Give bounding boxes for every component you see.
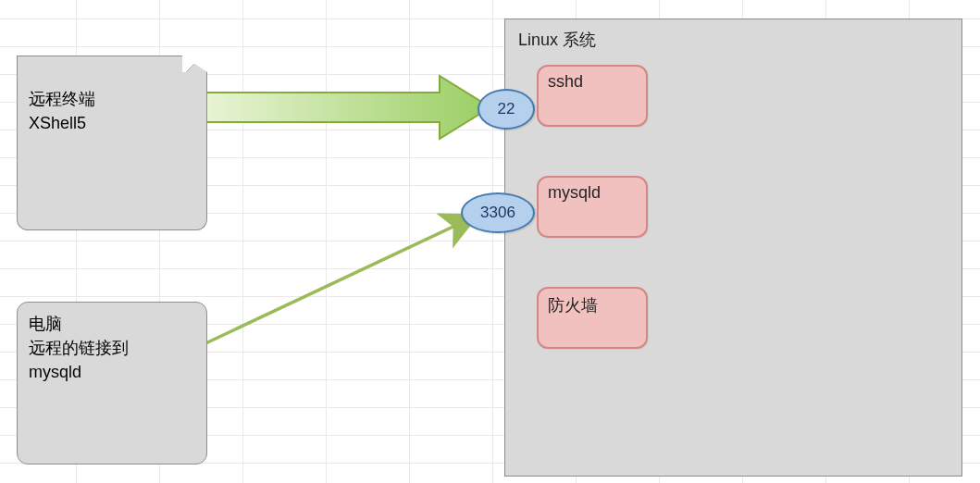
service-firewall-label: 防火墙 [548,296,598,315]
client-pc-line1: 电脑 [29,312,195,336]
service-mysqld: mysqld [537,176,648,238]
client-pc-line3: mysqld [29,360,195,384]
client-pc-line2: 远程的链接到 [29,336,195,360]
linux-system-title: Linux 系统 [518,29,949,51]
client-terminal-line2: XShell5 [29,111,195,135]
port-22: 22 [478,89,535,130]
port-3306: 3306 [461,192,535,233]
service-sshd-label: sshd [548,72,583,91]
client-terminal-note: 远程终端 XShell5 [17,72,207,230]
service-firewall: 防火墙 [537,287,648,349]
port-3306-label: 3306 [480,204,515,221]
client-terminal-line1: 远程终端 [29,87,195,111]
service-mysqld-label: mysqld [548,183,601,202]
client-pc-note: 电脑 远程的链接到 mysqld [17,302,207,464]
service-sshd: sshd [537,65,648,127]
port-22-label: 22 [498,100,515,118]
